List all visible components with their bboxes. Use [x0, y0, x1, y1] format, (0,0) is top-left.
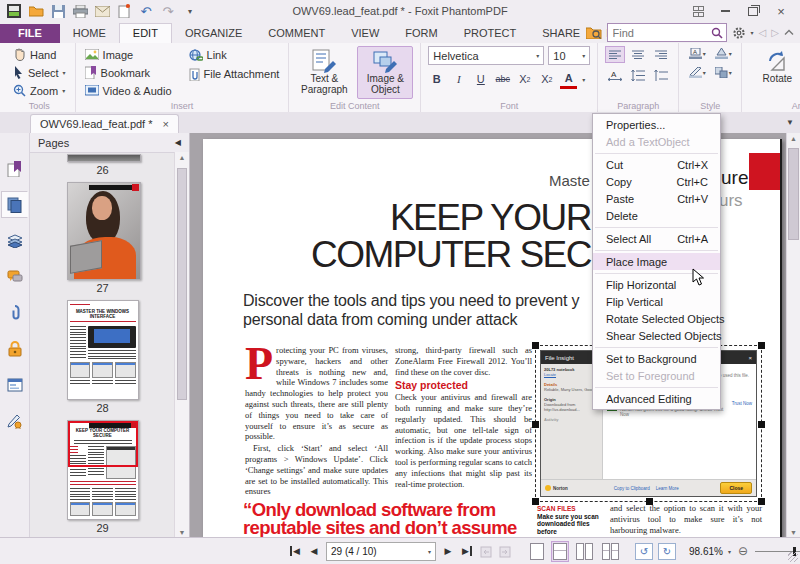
stroke-style-button[interactable]: ▾ [712, 46, 734, 61]
scrollbar-thumb[interactable] [788, 148, 799, 240]
strikethrough-button[interactable]: abc [494, 71, 511, 88]
next-view-icon[interactable]: ▷ [771, 27, 779, 38]
context-menu-item-properties[interactable]: Properties... [593, 116, 720, 133]
hand-tool-button[interactable]: Hand [11, 46, 68, 63]
ribbon-tab-protect[interactable]: PROTECT [451, 24, 530, 43]
collapse-panel-icon[interactable]: ◀ [175, 138, 181, 147]
zoom-percentage[interactable]: 98.61% [689, 546, 723, 557]
select-tool-button[interactable]: Select▾ [11, 64, 68, 81]
sidebar-security-icon[interactable] [1, 335, 28, 362]
scroll-up-icon[interactable]: ▲ [175, 154, 189, 161]
zoom-tool-button[interactable]: Zoom▾ [11, 82, 68, 99]
selection-handle[interactable] [758, 342, 765, 349]
insert-bookmark-button[interactable]: Bookmark [83, 64, 174, 81]
context-menu-item-cut[interactable]: CutCtrl+X [593, 156, 720, 173]
paragraph-spacing-button[interactable] [651, 67, 671, 84]
ribbon-tab-file[interactable]: FILE [0, 24, 60, 43]
sidebar-bookmarks-icon[interactable] [1, 155, 28, 182]
selection-handle[interactable] [532, 421, 539, 428]
context-menu-item-shear-selected-objects[interactable]: Shear Selected Objects [593, 327, 720, 344]
rotate-left-button[interactable]: ↺ [635, 543, 653, 560]
document-scrollbar[interactable]: ▲ ▼ [786, 133, 800, 538]
selection-handle[interactable] [758, 421, 765, 428]
ribbon-tab-comment[interactable]: COMMENT [255, 24, 338, 43]
gear-icon[interactable] [732, 26, 746, 40]
sidebar-form-fields-icon[interactable] [1, 371, 28, 398]
ribbon-tab-home[interactable]: HOME [60, 24, 119, 43]
underline-button[interactable]: U [472, 71, 489, 88]
align-right-button[interactable] [651, 46, 671, 63]
font-family-select[interactable]: Helvetica▾ [428, 46, 544, 65]
rotate-button[interactable]: Rotate [749, 46, 800, 99]
align-left-button[interactable] [605, 46, 625, 63]
sidebar-attachment-icon[interactable] [1, 299, 28, 326]
last-page-button[interactable]: ▶ [460, 543, 474, 559]
sidebar-pages-icon[interactable] [1, 191, 28, 218]
line-spacing-button[interactable] [628, 67, 648, 84]
bold-button[interactable]: B [428, 71, 445, 88]
sidebar-comments-icon[interactable] [1, 263, 28, 290]
zoom-out-button[interactable]: ⊖ [736, 543, 750, 559]
pages-panel-scrollbar[interactable]: ▲ ▼ [174, 152, 189, 538]
tab-list-dropdown-icon[interactable]: ▼ [786, 118, 794, 127]
previous-page-button[interactable]: ◀ [307, 543, 321, 559]
ribbon-tab-view[interactable]: VIEW [338, 24, 392, 43]
resize-grip[interactable] [788, 552, 798, 562]
italic-button[interactable]: I [450, 71, 467, 88]
fill-style-button[interactable]: A▾ [686, 46, 708, 61]
first-page-button[interactable]: ◀ [288, 543, 302, 559]
open-button[interactable] [27, 3, 45, 19]
insert-file-attachment-button[interactable]: File Attachment [187, 65, 282, 83]
undo-button[interactable]: ↶ [137, 3, 155, 19]
selection-handle[interactable] [532, 342, 539, 349]
context-menu-item-set-to-background[interactable]: Set to Background [593, 350, 720, 367]
search-folder-icon[interactable] [586, 26, 602, 39]
font-color-button[interactable]: A [560, 69, 577, 89]
insert-link-button[interactable]: Link [187, 46, 282, 64]
context-menu-item-rotate-selected-objects[interactable]: Rotate Selected Objects [593, 310, 720, 327]
page-number-field[interactable]: 29 (4 / 10)▾ [326, 542, 436, 561]
edit-text-paragraph-button[interactable]: Text & Paragraph [296, 46, 352, 99]
new-from-clipboard-button[interactable] [115, 3, 133, 19]
context-menu-item-copy[interactable]: CopyCtrl+C [593, 173, 720, 190]
save-button[interactable] [49, 3, 67, 19]
align-center-button[interactable] [628, 46, 648, 63]
ribbon-tab-form[interactable]: FORM [392, 24, 450, 43]
opacity-style-button[interactable]: ▾ [686, 65, 708, 80]
collapse-ribbon-icon[interactable] [784, 29, 794, 36]
font-color-dropdown-icon[interactable]: ▾ [582, 76, 585, 83]
ribbon-tab-edit[interactable]: EDIT [119, 23, 172, 43]
rotate-right-button[interactable]: ↻ [658, 543, 676, 560]
effects-style-button[interactable]: ▾ [712, 65, 734, 80]
previous-view-icon[interactable]: ◁ [759, 27, 767, 38]
superscript-button[interactable]: X2 [516, 71, 533, 88]
edit-image-object-button[interactable]: Image & Object [357, 46, 413, 99]
page-thumbnail[interactable]: MASTER THE WINDOWS INTERFACE [67, 300, 139, 400]
font-size-select[interactable]: 10▾ [548, 46, 590, 65]
context-menu-item-flip-vertical[interactable]: Flip Vertical [593, 293, 720, 310]
scrollbar-thumb[interactable] [177, 168, 187, 400]
sidebar-signature-icon[interactable] [1, 407, 28, 434]
single-page-view-button[interactable] [528, 541, 546, 562]
page-thumbnail[interactable] [67, 182, 141, 280]
search-icon[interactable] [711, 27, 723, 39]
zoom-dropdown-icon[interactable]: ▾ [728, 548, 731, 555]
print-button[interactable] [71, 3, 89, 19]
minimize-button[interactable] [712, 3, 738, 19]
next-page-button[interactable]: ▶ [441, 543, 455, 559]
ui-layout-icon[interactable] [684, 3, 710, 19]
scroll-up-icon[interactable]: ▲ [787, 135, 800, 142]
char-spacing-button[interactable]: A [605, 67, 625, 84]
scroll-down-icon[interactable]: ▼ [175, 529, 189, 536]
page-thumbnail[interactable]: KEEP YOUR COMPUTER SECURE [67, 420, 139, 520]
page-thumbnail[interactable] [67, 154, 141, 162]
gear-dropdown-icon[interactable]: ▾ [751, 29, 754, 36]
facing-view-button[interactable] [574, 541, 595, 562]
find-input[interactable] [611, 26, 711, 40]
context-menu-item-advanced-editing[interactable]: Advanced Editing [593, 390, 720, 407]
continuous-view-button[interactable] [551, 541, 569, 562]
insert-image-button[interactable]: Image [83, 46, 174, 63]
redo-button[interactable]: ↷ [159, 3, 177, 19]
document-tab[interactable]: OWV69.lead_feat.pdf * × [30, 114, 179, 133]
close-button[interactable]: × [768, 3, 794, 19]
